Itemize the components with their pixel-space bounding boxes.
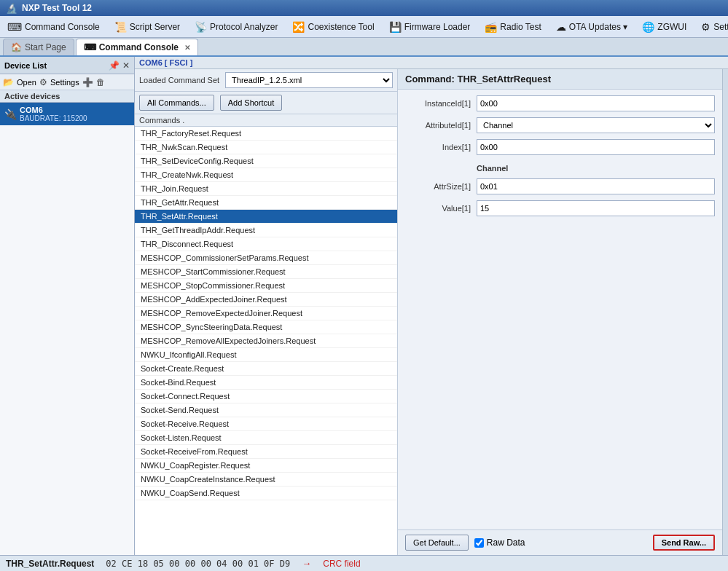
attrsize-input[interactable]: [477, 178, 715, 194]
command-item[interactable]: THR_FactoryReset.Request: [135, 127, 397, 141]
field-row-index: Index[1]: [405, 139, 715, 155]
remove-device-icon[interactable]: 🗑: [96, 77, 105, 87]
protocol-analyzer-icon: 📡: [195, 21, 207, 33]
menu-firmware-loader[interactable]: 💾 Firmware Loader: [385, 19, 475, 35]
field-row-value: Value[1]: [405, 200, 715, 216]
command-item[interactable]: THR_SetAttr.Request: [135, 210, 397, 224]
command-item[interactable]: THR_GetThreadIpAddr.Request: [135, 224, 397, 237]
device-info: COM6 BAUDRATE: 115200: [20, 106, 87, 122]
command-item[interactable]: MESHCOP_StopCommissioner.Request: [135, 279, 397, 293]
add-device-icon[interactable]: ➕: [82, 77, 93, 87]
center-area: COM6 [ FSCI ] Loaded Command Set ThreadI…: [135, 57, 728, 555]
command-item[interactable]: NWKU_CoapRegister.Request: [135, 459, 397, 473]
command-item[interactable]: THR_Disconnect.Request: [135, 237, 397, 251]
menu-command-console[interactable]: ⌨ Command Console: [3, 19, 104, 35]
settings-sidebar-label[interactable]: Settings: [50, 78, 79, 87]
tab-command-console[interactable]: ⌨ Command Console ✕: [76, 39, 198, 55]
command-item[interactable]: Socket-Receive.Request: [135, 417, 397, 431]
attributeid-select[interactable]: Channel PanId ShortAddress: [477, 117, 715, 133]
command-item[interactable]: NWKU_CoapSend.Request: [135, 487, 397, 500]
command-item[interactable]: THR_Join.Request: [135, 182, 397, 196]
right-panel: Command: THR_SetAttrRequest InstanceId[1…: [398, 69, 722, 555]
command-item[interactable]: Socket-Listen.Request: [135, 431, 397, 445]
all-commands-button[interactable]: All Commands...: [139, 95, 214, 111]
command-item[interactable]: Socket-Create.Request: [135, 362, 397, 376]
command-item[interactable]: MESHCOP_RemoveAllExpectedJoiners.Request: [135, 334, 397, 348]
device-baud: BAUDRATE: 115200: [20, 114, 87, 122]
tab-bar: 🏠 Start Page ⌨ Command Console ✕: [0, 38, 728, 57]
command-item[interactable]: NWKU_CoapCreateInstance.Request: [135, 473, 397, 487]
attrsize-label: AttrSize[1]: [405, 182, 471, 191]
menu-zgwui-label: ZGWUI: [657, 22, 686, 32]
command-item[interactable]: Socket-ReceiveFrom.Request: [135, 445, 397, 459]
device-com6-icon: 🔌: [4, 109, 17, 120]
sidebar-close-icon[interactable]: ✕: [122, 60, 130, 71]
sidebar-toolbar: 📂 Open ⚙ Settings ➕ 🗑: [0, 74, 134, 90]
menu-settings[interactable]: ⚙ Settings: [697, 19, 728, 35]
menu-ota-label: OTA Updates ▾: [569, 22, 627, 32]
command-item[interactable]: Socket-Send.Request: [135, 403, 397, 417]
command-item[interactable]: THR_SetDeviceConfig.Request: [135, 154, 397, 168]
field-row-attributeid: AttributeId[1] Channel PanId ShortAddres…: [405, 117, 715, 133]
device-item-com6[interactable]: 🔌 COM6 BAUDRATE: 115200: [0, 103, 134, 125]
get-default-button[interactable]: Get Default...: [405, 535, 469, 551]
command-item[interactable]: NWKU_IfconfigAll.Request: [135, 348, 397, 362]
command-item[interactable]: Socket-Bind.Request: [135, 376, 397, 390]
title-bar: 🔬 NXP Test Tool 12: [0, 0, 728, 16]
sidebar-pin-icon[interactable]: 📌: [109, 60, 120, 71]
script-server-icon: 📜: [114, 21, 127, 33]
add-shortcut-button[interactable]: Add Shortcut: [220, 95, 283, 111]
command-item[interactable]: Socket-Connect.Request: [135, 390, 397, 403]
status-bar: THR_SetAttr.Request 02 CE 18 05 00 00 00…: [0, 555, 728, 571]
fields-area: InstanceId[1] AttributeId[1] Channel Pan…: [398, 90, 722, 529]
panel-area: Loaded Command Set ThreadIP_1.2.5.xml Al…: [135, 69, 728, 555]
command-console-tab-icon: ⌨: [84, 42, 96, 52]
command-item[interactable]: MESHCOP_CommissionerSetParams.Request: [135, 251, 397, 265]
tab-command-console-label: Command Console: [99, 42, 179, 52]
command-item[interactable]: THR_GetAttr.Request: [135, 196, 397, 210]
send-raw-button[interactable]: Send Raw...: [653, 535, 715, 551]
index-label: Index[1]: [405, 143, 471, 151]
command-set-dropdown[interactable]: ThreadIP_1.2.5.xml: [225, 72, 393, 88]
index-input[interactable]: [477, 139, 715, 155]
command-item[interactable]: MESHCOP_RemoveExpectedJoiner.Request: [135, 307, 397, 320]
right-bottom-bar: Get Default... Raw Data Send Raw...: [398, 529, 722, 555]
raw-data-checkbox[interactable]: [474, 538, 484, 548]
command-toolbar: Loaded Command Set ThreadIP_1.2.5.xml: [135, 69, 397, 92]
instanceid-input[interactable]: [477, 95, 715, 111]
sidebar-title: Device List: [4, 61, 47, 70]
status-command: THR_SetAttr.Request: [6, 559, 94, 569]
status-hex: 02 CE 18 05 00 00 00 04 00 01 0F D9: [106, 559, 290, 569]
command-item[interactable]: MESHCOP_AddExpectedJoiner.Request: [135, 293, 397, 307]
menu-zgwui[interactable]: 🌐 ZGWUI: [638, 19, 691, 35]
tab-command-console-close[interactable]: ✕: [184, 44, 190, 52]
main-layout: Device List 📌 ✕ 📂 Open ⚙ Settings ➕ 🗑 Ac…: [0, 57, 728, 555]
menu-ota-updates[interactable]: ☁ OTA Updates ▾: [552, 19, 632, 35]
loaded-command-set-label: Loaded Command Set: [139, 76, 219, 84]
device-name: COM6: [20, 106, 87, 114]
menu-script-server[interactable]: 📜 Script Server: [110, 19, 184, 35]
command-item[interactable]: MESHCOP_SyncSteeringData.Request: [135, 320, 397, 334]
settings-sidebar-icon[interactable]: ⚙: [39, 77, 47, 87]
right-edge-handle[interactable]: [722, 69, 728, 555]
open-icon[interactable]: 📂: [3, 77, 14, 87]
status-arrow-icon: →: [302, 558, 311, 569]
command-item[interactable]: MESHCOP_StartCommissioner.Request: [135, 265, 397, 279]
command-item[interactable]: THR_NwkScan.Request: [135, 141, 397, 154]
command-buttons-row: All Commands... Add Shortcut: [135, 92, 397, 114]
menu-firmware-label: Firmware Loader: [404, 22, 471, 32]
channel-section-label: Channel: [477, 164, 715, 173]
menu-coexistence-tool[interactable]: 🔀 Coexistence Tool: [288, 19, 378, 35]
open-label[interactable]: Open: [17, 78, 36, 87]
menu-protocol-analyzer[interactable]: 📡 Protocol Analyzer: [190, 19, 282, 35]
menu-coexistence-label: Coexistence Tool: [308, 22, 374, 32]
raw-data-check: Raw Data: [474, 537, 525, 548]
menu-radio-test[interactable]: 📻 Radio Test: [480, 19, 545, 35]
start-page-tab-icon: 🏠: [11, 42, 22, 52]
attributeid-label: AttributeId[1]: [405, 121, 471, 130]
command-item[interactable]: THR_CreateNwk.Request: [135, 168, 397, 182]
commands-list[interactable]: THR_FactoryReset.RequestTHR_NwkScan.Requ…: [135, 127, 397, 555]
menu-command-console-label: Command Console: [25, 22, 100, 32]
tab-start-page[interactable]: 🏠 Start Page: [3, 39, 74, 55]
value-input[interactable]: [477, 200, 715, 216]
